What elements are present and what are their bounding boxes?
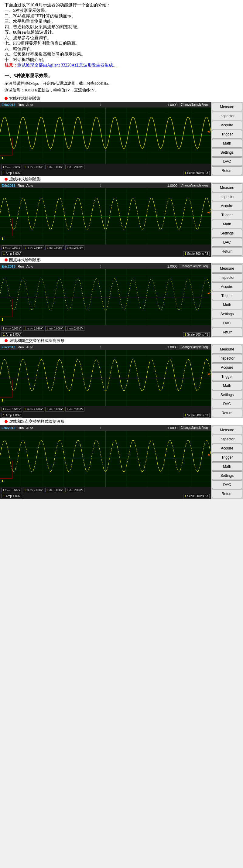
screen-wrapper-1: Eric2013 Run Auto ⌇ 1.0000 ChangeSampleF… <box>0 183 211 257</box>
screen-wrapper-4: Eric2013 Run Auto ⌇ 1.0000 ChangeSampleF… <box>0 425 211 499</box>
page-content: 下面通过以下10点对示波器的功能进行一个全面的介绍： 一、5种波形显示效果。二、… <box>0 0 243 499</box>
menu-btn-inspector-4[interactable]: Inspector <box>212 435 242 443</box>
menu-btn-inspector-2[interactable]: Inspector <box>212 273 242 282</box>
meas-ch-3-r2-1: 1 <box>66 408 68 411</box>
header-center-2: ⌇ <box>33 264 168 269</box>
menu-btn-trigger-2[interactable]: Trigger <box>212 291 242 300</box>
header-right-3: 1.0000 <box>168 345 178 349</box>
menu-btn-settings-0[interactable]: Settings <box>212 148 242 157</box>
change-sample-btn-1[interactable]: ChangeSampleFreq <box>179 183 210 187</box>
meas-0-r1-0: 1 Mean 0.599V <box>2 165 22 169</box>
menu-btn-acquire-0[interactable]: Acquire <box>212 121 242 129</box>
footer-row2-1: 1 Amp 1.00V 1 Scale 500ns / 3 <box>0 251 211 257</box>
menu-btn-trigger-4[interactable]: Trigger <box>212 453 242 462</box>
osc-header-2: Eric2013 Run Auto ⌇ 1.0000 ChangeSampleF… <box>0 263 211 269</box>
menu-btn-acquire-2[interactable]: Acquire <box>212 282 242 291</box>
intro-item: 二、2048点浮点FFT计算的幅频显示。 <box>5 13 238 19</box>
menu-btn-return-0[interactable]: Return <box>212 166 242 175</box>
meas-ch-4-r2-0: 1 <box>47 488 48 492</box>
osc-screen-4: 1 ◄ <box>0 431 211 487</box>
menu-btn-settings-1[interactable]: Settings <box>212 229 242 238</box>
meas-ch-2-r1-1: 1 <box>24 327 26 330</box>
menu-btn-measure-3[interactable]: Measure <box>212 345 242 353</box>
change-sample-btn-3[interactable]: ChangeSampleFreq <box>179 345 210 349</box>
meas-3-r1-1: 1 Pk-Pk 2.020V <box>23 407 44 411</box>
menu-btn-measure-2[interactable]: Measure <box>212 264 242 273</box>
svg-text:◄: ◄ <box>207 291 210 295</box>
note-prefix: 注意： <box>5 63 17 67</box>
mode-4: Auto <box>26 426 33 430</box>
measurements-0: 1 Mean 0.599V 1 Pk-Pk 2.006V 1 Min 0.000… <box>2 165 210 169</box>
oscilloscope-3: Eric2013 Run Auto ⌇ 1.0000 ChangeSampleF… <box>0 344 243 418</box>
oscilloscope-2: Eric2013 Run Auto ⌇ 1.0000 ChangeSampleF… <box>0 263 243 337</box>
meas-label-1-r1-0: Mean <box>5 246 11 249</box>
meas-val-3-r1-0: 0.602V <box>12 408 21 411</box>
footer-row1-0: 1 Mean 0.599V 1 Pk-Pk 2.006V 1 Min 0.000… <box>0 164 211 170</box>
menu-btn-measure-1[interactable]: Measure <box>212 183 242 192</box>
menu-btn-inspector-3[interactable]: Inspector <box>212 354 242 363</box>
svg-text:1: 1 <box>2 399 3 402</box>
meas-1-r2-1: 1 Max 2.016V <box>65 245 85 250</box>
header-left-3: Eric2013 Run Auto <box>2 345 33 349</box>
trig-indicator-2: ⌇ <box>99 264 101 269</box>
menu-btn-trigger-0[interactable]: Trigger <box>212 130 242 138</box>
menu-btn-dac-4[interactable]: DAC <box>212 480 242 489</box>
menu-btn-acquire-4[interactable]: Acquire <box>212 444 242 453</box>
change-sample-btn-0[interactable]: ChangeSampleFreq <box>179 103 210 106</box>
svg-text:1: 1 <box>2 479 3 483</box>
section-title: 一、5种波形显示效果。 <box>0 73 243 79</box>
intro-item: 三、水平和垂直测量功能。 <box>5 19 238 24</box>
menu-btn-math-3[interactable]: Math <box>212 381 242 390</box>
waveform-label-4: 虚线和双点交替的样式绘制波形 <box>0 418 243 425</box>
menu-btn-dac-3[interactable]: DAC <box>212 400 242 408</box>
menu-btn-math-2[interactable]: Math <box>212 301 242 309</box>
menu-btn-measure-0[interactable]: Measure <box>212 103 242 111</box>
menu-btn-inspector-0[interactable]: Inspector <box>212 112 242 120</box>
menu-btn-acquire-3[interactable]: Acquire <box>212 363 242 372</box>
menu-btn-trigger-1[interactable]: Trigger <box>212 211 242 219</box>
meas-val-0-r2-1: 2.006V <box>74 165 83 168</box>
red-dot-1 <box>5 178 8 181</box>
mode-1: Auto <box>26 184 33 187</box>
trig-indicator-3: ⌇ <box>99 345 101 349</box>
meas-3-r2-0: 1 Min 0.000V <box>45 407 64 411</box>
ch-info-2: 1 Amp 1.00V <box>2 332 22 337</box>
meas-label-3-r2-0: Min <box>49 408 53 411</box>
svg-text:◄: ◄ <box>207 372 210 376</box>
menu-btn-return-2[interactable]: Return <box>212 328 242 337</box>
ch-amp-2: Amp 1.00V <box>6 333 21 336</box>
menu-btn-settings-3[interactable]: Settings <box>212 391 242 399</box>
meas-ch-4-r2-1: 1 <box>66 488 68 492</box>
menu-btn-inspector-1[interactable]: Inspector <box>212 192 242 201</box>
header-center-1: ⌇ <box>33 183 168 188</box>
menu-btn-settings-2[interactable]: Settings <box>212 310 242 318</box>
change-sample-btn-2[interactable]: ChangeSampleFreq <box>179 264 210 268</box>
meas-4-r2-1: 1 Max 2.008V <box>65 488 85 492</box>
menu-btn-return-4[interactable]: Return <box>212 490 242 498</box>
menu-btn-math-1[interactable]: Math <box>212 220 242 228</box>
menu-btn-dac-0[interactable]: DAC <box>212 157 242 166</box>
measurements-2: 1 Mean 0.603V 1 Pk-Pk 2.030V 1 Min 0.000… <box>2 326 210 331</box>
note-link[interactable]: 测试波形全部由Agilent 33220A任意波形发生器生成。 <box>17 63 117 67</box>
oscilloscope-1: Eric2013 Run Auto ⌇ 1.0000 ChangeSampleF… <box>0 183 243 257</box>
menu-btn-dac-1[interactable]: DAC <box>212 238 242 247</box>
meas-val-1-r1-1: 2.016V <box>34 246 43 249</box>
status-2: Run <box>18 265 24 268</box>
waveform-label-1: 虚线样式绘制波形 <box>0 176 243 183</box>
waveform-label-0: 实线样式绘制波形 <box>0 95 243 102</box>
svg-text:1: 1 <box>2 156 3 160</box>
trig-indicator-4: ⌇ <box>99 426 101 430</box>
menu-btn-return-3[interactable]: Return <box>212 409 242 417</box>
status-4: Run <box>18 426 24 430</box>
menu-btn-return-1[interactable]: Return <box>212 247 242 256</box>
menu-btn-settings-4[interactable]: Settings <box>212 471 242 480</box>
menu-btn-dac-2[interactable]: DAC <box>212 319 242 328</box>
menu-btn-acquire-1[interactable]: Acquire <box>212 202 242 210</box>
menu-btn-measure-4[interactable]: Measure <box>212 426 242 434</box>
menu-btn-math-0[interactable]: Math <box>212 139 242 148</box>
menu-btn-math-4[interactable]: Math <box>212 462 242 471</box>
change-sample-btn-4[interactable]: ChangeSampleFreq <box>179 426 210 430</box>
menu-btn-trigger-3[interactable]: Trigger <box>212 372 242 381</box>
ch-amp-1: Amp 1.00V <box>6 252 21 255</box>
header-left-0: Eric2013 Run Auto <box>2 103 33 106</box>
